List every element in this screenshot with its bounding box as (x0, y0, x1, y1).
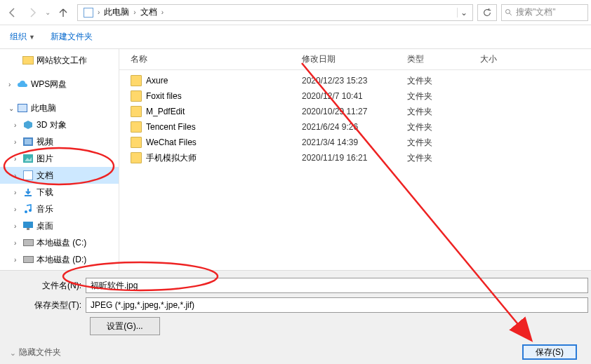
tree-item-disk-d[interactable]: ›本地磁盘 (D:) (0, 251, 119, 268)
folder-icon (22, 55, 34, 66)
file-list: 名称 修改日期 类型 大小 Axure2020/12/23 15:23文件夹Fo… (119, 49, 591, 270)
filename-label: 文件名(N): (0, 280, 86, 292)
file-name: M_PdfEdit (146, 107, 302, 116)
doc-icon (81, 8, 96, 18)
pc-icon (17, 102, 28, 114)
address-bar[interactable]: › 此电脑 › 文档 › ⌄ (77, 4, 473, 21)
tree-item-pc[interactable]: ⌄此电脑 (0, 100, 119, 116)
tree-item-documents[interactable]: ›文档 (0, 167, 119, 184)
filetype-label: 保存类型(T): (0, 299, 86, 311)
file-name: Foxit files (146, 91, 302, 101)
breadcrumb-docs[interactable]: 文档 (138, 6, 160, 18)
svg-rect-7 (27, 228, 29, 230)
folder-icon (131, 75, 142, 86)
navigation-tree: 网站软文工作 ›WPS网盘 ⌄此电脑 ›3D 对象 ›视频 ›图片 ›文档 ›下… (0, 49, 119, 270)
file-row[interactable]: WeChat Files2021/3/4 14:39文件夹 (119, 135, 591, 150)
tree-item-webwork[interactable]: 网站软文工作 (0, 52, 119, 69)
music-icon (22, 203, 34, 215)
save-panel: 文件名(N): 福昕软件.jpg 保存类型(T): JPEG (*.jpg,*.… (0, 270, 591, 364)
file-name: WeChat Files (146, 137, 302, 147)
download-icon (22, 187, 34, 198)
header-type[interactable]: 类型 (407, 53, 480, 65)
folder-icon (131, 152, 142, 163)
file-date: 2020/12/23 15:23 (302, 76, 407, 86)
tree-item-3dobjects[interactable]: ›3D 对象 (0, 116, 119, 133)
organize-menu[interactable]: 组织▼ (10, 31, 35, 43)
file-type: 文件夹 (407, 152, 477, 164)
file-row[interactable]: Foxit files2020/12/7 10:41文件夹 (119, 88, 591, 104)
filetype-select[interactable]: JPEG (*.jpg,*.jpeg,*.jpe,*.jif) (86, 297, 588, 313)
back-button[interactable] (3, 3, 22, 22)
file-row[interactable]: Axure2020/12/23 15:23文件夹 (119, 73, 591, 88)
file-name: 手机模拟大师 (146, 152, 302, 164)
svg-point-5 (29, 209, 32, 212)
toolbar: 组织▼ 新建文件夹 (0, 25, 591, 49)
hide-folders-toggle[interactable]: 隐藏文件夹 (10, 346, 61, 358)
header-date[interactable]: 修改日期 (302, 53, 407, 65)
history-dropdown[interactable]: ⌄ (42, 8, 53, 16)
tree-item-video[interactable]: ›视频 (0, 133, 119, 150)
tree-item-wps[interactable]: ›WPS网盘 (0, 76, 119, 93)
tree-item-pictures[interactable]: ›图片 (0, 150, 119, 167)
disk-icon (22, 237, 34, 248)
tree-item-disk-c[interactable]: ›本地磁盘 (C:) (0, 234, 119, 251)
folder-icon (131, 106, 142, 117)
doc-icon (22, 170, 34, 181)
folder-icon (131, 90, 142, 102)
folder-icon (131, 137, 142, 148)
chevron-right-icon: › (96, 8, 101, 16)
file-date: 2020/10/29 11:27 (302, 107, 407, 116)
desktop-icon (22, 220, 34, 231)
settings-button[interactable]: 设置(G)... (90, 317, 160, 335)
tree-item-music[interactable]: ›音乐 (0, 201, 119, 217)
file-date: 2021/3/4 14:39 (302, 137, 407, 147)
file-type: 文件夹 (407, 121, 477, 133)
cloud-icon (17, 79, 28, 90)
search-input[interactable]: 搜索"文档" (501, 4, 588, 21)
svg-rect-6 (23, 222, 33, 228)
file-type: 文件夹 (407, 106, 477, 118)
tree-item-desktop[interactable]: ›桌面 (0, 217, 119, 234)
svg-rect-2 (25, 139, 32, 144)
file-header: 名称 修改日期 类型 大小 (119, 49, 591, 70)
folder-icon (131, 121, 142, 133)
tree-item-downloads[interactable]: ›下载 (0, 184, 119, 201)
file-row[interactable]: Tencent Files2021/6/24 9:26文件夹 (119, 119, 591, 135)
video-icon (22, 136, 34, 147)
new-folder-button[interactable]: 新建文件夹 (51, 31, 93, 43)
navigation-bar: ⌄ › 此电脑 › 文档 › ⌄ 搜索"文档" (0, 0, 591, 25)
forward-button[interactable] (22, 3, 42, 22)
chevron-down-icon: ▼ (29, 34, 35, 41)
file-date: 2020/11/19 16:21 (302, 153, 407, 163)
file-name: Tencent Files (146, 122, 302, 132)
3d-icon (22, 119, 34, 130)
file-type: 文件夹 (407, 75, 477, 87)
address-dropdown[interactable]: ⌄ (457, 8, 470, 18)
file-row[interactable]: 手机模拟大师2020/11/19 16:21文件夹 (119, 150, 591, 166)
disk-icon (22, 254, 34, 265)
file-date: 2020/12/7 10:41 (302, 91, 407, 101)
file-name: Axure (146, 76, 302, 86)
header-name[interactable]: 名称 (119, 53, 302, 65)
header-size[interactable]: 大小 (480, 53, 591, 65)
up-button[interactable] (53, 3, 73, 22)
file-row[interactable]: M_PdfEdit2020/10/29 11:27文件夹 (119, 104, 591, 119)
file-type: 文件夹 (407, 137, 477, 149)
svg-point-4 (25, 210, 27, 213)
search-placeholder: 搜索"文档" (516, 6, 556, 18)
chevron-right-icon: › (132, 8, 137, 16)
svg-point-0 (506, 9, 510, 13)
filename-input[interactable]: 福昕软件.jpg (86, 278, 588, 293)
breadcrumb-pc[interactable]: 此电脑 (101, 6, 132, 18)
chevron-right-icon: › (160, 8, 165, 16)
file-date: 2021/6/24 9:26 (302, 122, 407, 132)
refresh-button[interactable] (477, 4, 497, 21)
file-type: 文件夹 (407, 90, 477, 102)
save-button[interactable]: 保存(S) (522, 344, 577, 360)
pictures-icon (22, 153, 34, 164)
body: 网站软文工作 ›WPS网盘 ⌄此电脑 ›3D 对象 ›视频 ›图片 ›文档 ›下… (0, 49, 591, 270)
